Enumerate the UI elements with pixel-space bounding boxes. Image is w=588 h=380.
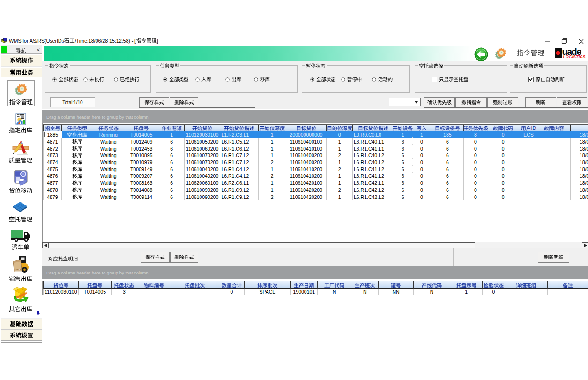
svg-text:LOGISTICS: LOGISTICS [563, 54, 586, 59]
